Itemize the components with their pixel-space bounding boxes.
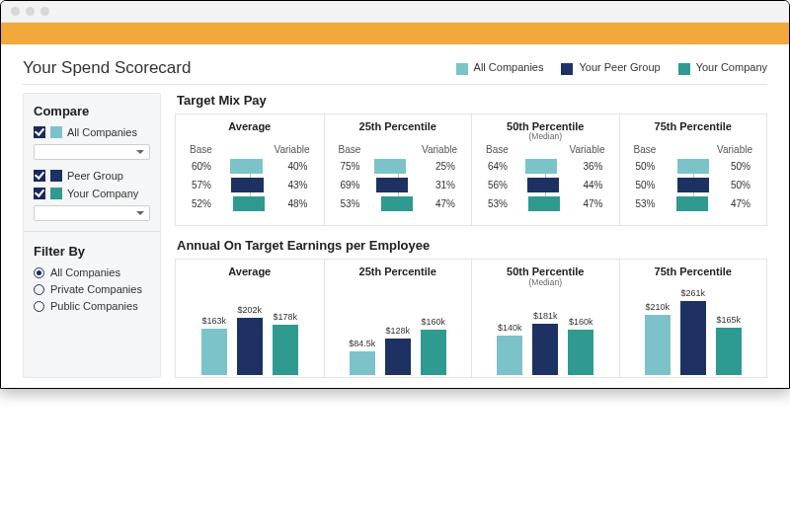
bar-value-label: $84.5k <box>349 339 375 348</box>
earnings-bar: $261k <box>680 301 706 375</box>
earnings-bar: $160k <box>421 330 446 375</box>
variable-percent: 36% <box>584 161 609 172</box>
earnings-bar: $160k <box>568 330 593 375</box>
sidebar: Compare All Companies Peer Group Your Co… <box>23 93 161 378</box>
bar-value-label: $178k <box>273 312 297 322</box>
variable-percent: 47% <box>435 198 461 209</box>
column-subheading <box>331 277 466 286</box>
filter-radio-public[interactable]: Public Companies <box>34 300 150 312</box>
column-subheading <box>186 131 314 140</box>
base-variable-labels: BaseVariable <box>339 144 458 155</box>
radio-icon <box>34 301 44 312</box>
checkbox-icon <box>34 126 45 138</box>
annual-earnings-grid: Average$163k$202k$178k25th Percentile$84… <box>175 259 767 378</box>
mix-bar-row: 53%47% <box>335 196 462 211</box>
base-percent: 64% <box>482 161 508 172</box>
mix-bar-row: 56%44% <box>482 178 609 192</box>
mix-bar-row: 75%25% <box>335 159 462 174</box>
filter-radio-private[interactable]: Private Companies <box>34 283 150 295</box>
compare-all-select[interactable] <box>34 144 150 160</box>
mix-bar-row: 52%48% <box>186 196 314 211</box>
base-percent: 50% <box>630 161 656 172</box>
earnings-bar: $178k <box>273 325 298 375</box>
compare-checkbox-all[interactable]: All Companies <box>34 126 150 138</box>
column-subheading <box>626 277 761 286</box>
earnings-bar: $163k <box>201 329 227 375</box>
main-content: Target Mix Pay AverageBaseVariable60%40%… <box>175 93 767 378</box>
variable-percent: 44% <box>584 180 609 190</box>
base-percent: 53% <box>630 198 656 209</box>
earnings-bar: $128k <box>385 339 411 375</box>
mix-bar-row: 50%50% <box>630 178 757 192</box>
bar-value-label: $140k <box>498 323 522 333</box>
earnings-column: 50th Percentile(Median)$140k$181k$160k <box>471 260 619 377</box>
column-heading: 50th Percentile <box>478 266 613 277</box>
mix-bar-row: 53%47% <box>630 196 757 211</box>
legend-item-peer: Your Peer Group <box>561 61 660 74</box>
earnings-column: 25th Percentile$84.5k$128k$160k <box>324 260 472 377</box>
stacked-bar <box>661 159 727 174</box>
legend-item-you: Your Company <box>678 61 767 74</box>
column-subheading: (Median) <box>482 131 609 140</box>
bar-value-label: $181k <box>533 311 558 321</box>
compare-you-select[interactable] <box>34 205 150 221</box>
square-icon <box>561 63 573 75</box>
stacked-bar <box>513 178 579 192</box>
variable-percent: 50% <box>731 180 756 190</box>
section-title-earnings: Annual On Target Earnings per Employee <box>177 238 767 253</box>
radio-icon <box>34 267 44 278</box>
bar-group: $140k$181k$160k <box>478 290 613 375</box>
bar-value-label: $202k <box>237 305 262 315</box>
bar-value-label: $163k <box>201 316 226 326</box>
base-variable-labels: BaseVariable <box>486 144 605 155</box>
stacked-bar <box>216 159 283 174</box>
base-percent: 52% <box>186 198 211 209</box>
mix-column: AverageBaseVariable60%40%57%43%52%48% <box>176 114 324 225</box>
column-subheading <box>630 131 757 140</box>
bar-group: $210k$261k$165k <box>626 290 761 375</box>
bar-value-label: $160k <box>569 317 593 327</box>
column-subheading <box>182 277 318 286</box>
earnings-bar: $181k <box>532 324 558 375</box>
square-icon <box>50 170 62 182</box>
bar-group: $163k$202k$178k <box>182 290 318 375</box>
divider <box>24 231 160 232</box>
column-subheading <box>335 131 462 140</box>
variable-percent: 47% <box>731 198 756 209</box>
variable-percent: 31% <box>435 180 461 190</box>
checkbox-label: All Companies <box>67 126 137 138</box>
mix-column: 75th PercentileBaseVariable50%50%50%50%5… <box>619 114 767 225</box>
earnings-bar: $202k <box>237 318 263 375</box>
mix-column: 50th Percentile(Median)BaseVariable64%36… <box>471 114 619 225</box>
window-titlebar <box>1 1 789 23</box>
stacked-bar <box>216 178 283 192</box>
earnings-bar: $84.5k <box>350 351 375 375</box>
compare-heading: Compare <box>34 104 150 118</box>
app-window: Your Spend Scorecard All Companies Your … <box>0 0 790 389</box>
radio-icon <box>34 284 44 295</box>
column-heading: 75th Percentile <box>626 266 761 277</box>
variable-percent: 50% <box>731 161 756 172</box>
stacked-bar <box>513 159 579 174</box>
filter-radio-all[interactable]: All Companies <box>34 266 150 278</box>
square-icon <box>456 63 468 75</box>
variable-percent: 25% <box>435 161 461 172</box>
traffic-light-icon <box>40 7 49 16</box>
checkbox-icon <box>34 170 45 182</box>
base-percent: 69% <box>335 180 360 190</box>
brand-banner <box>1 23 789 44</box>
base-variable-labels: BaseVariable <box>634 144 753 155</box>
mix-bar-row: 60%40% <box>186 159 314 174</box>
mix-bar-row: 64%36% <box>482 159 609 174</box>
compare-checkbox-you[interactable]: Your Company <box>34 188 150 199</box>
earnings-column: Average$163k$202k$178k <box>176 260 324 377</box>
base-percent: 75% <box>335 161 360 172</box>
traffic-light-icon <box>11 7 20 16</box>
compare-checkbox-peer[interactable]: Peer Group <box>34 170 150 182</box>
variable-percent: 48% <box>288 198 314 209</box>
column-subheading: (Median) <box>478 277 613 286</box>
checkbox-label: Your Company <box>67 188 138 199</box>
earnings-bar: $165k <box>716 328 742 375</box>
base-percent: 57% <box>186 180 211 190</box>
filter-heading: Filter By <box>34 244 150 259</box>
